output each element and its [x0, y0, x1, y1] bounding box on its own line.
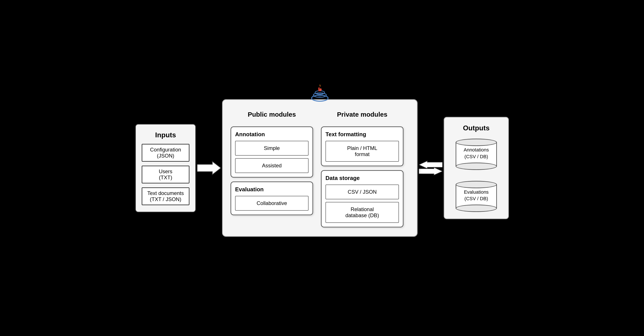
evaluation-box: Evaluation Collaborative	[230, 182, 313, 215]
svg-marker-4	[419, 161, 442, 169]
annotations-cylinder: Annotations(CSV / DB)	[456, 139, 497, 170]
java-logo	[309, 82, 331, 102]
public-col: Public modules Annotation Simple Assiste…	[230, 111, 313, 227]
modules-row: Public modules Annotation Simple Assiste…	[230, 111, 409, 227]
evaluation-title: Evaluation	[235, 186, 308, 193]
input-item-config: Configuration(JSON)	[142, 144, 190, 162]
annotations-label: Annotations(CSV / DB)	[464, 147, 489, 159]
evaluation-collaborative: Collaborative	[235, 196, 308, 211]
data-storage-csv: CSV / JSON	[326, 185, 399, 199]
evaluations-cyl-bottom	[456, 205, 497, 212]
modules-container: Public modules Annotation Simple Assiste…	[222, 99, 418, 237]
input-item-docs: Text documents(TXT / JSON)	[142, 187, 190, 205]
annotations-cyl-bottom	[456, 162, 497, 170]
inputs-box: Inputs Configuration(JSON) Users(TXT) Te…	[135, 124, 196, 212]
annotation-simple: Simple	[235, 141, 308, 155]
text-formatting-plain: Plain / HTMLformat	[326, 141, 399, 162]
inputs-title: Inputs	[155, 131, 176, 139]
annotations-cyl-top	[456, 139, 497, 146]
arrow-both	[418, 160, 444, 176]
annotation-assisted: Assisted	[235, 158, 308, 173]
private-col: Private modules Text formatting Plain / …	[321, 111, 404, 227]
main-diagram: Inputs Configuration(JSON) Users(TXT) Te…	[135, 99, 509, 237]
svg-marker-0	[197, 161, 221, 175]
public-col-label: Public modules	[230, 111, 313, 118]
text-formatting-box: Text formatting Plain / HTMLformat	[321, 126, 404, 166]
input-item-users: Users(TXT)	[142, 165, 190, 184]
data-storage-title: Data storage	[326, 175, 399, 182]
annotation-title: Annotation	[235, 131, 308, 138]
data-storage-box: Data storage CSV / JSON Relationaldataba…	[321, 170, 404, 227]
annotation-box: Annotation Simple Assisted	[230, 126, 313, 178]
evaluations-cylinder: Evaluations(CSV / DB)	[456, 181, 497, 212]
text-formatting-title: Text formatting	[326, 131, 399, 138]
outputs-title: Outputs	[463, 124, 490, 132]
private-col-label: Private modules	[321, 111, 404, 118]
data-storage-relational: Relationaldatabase (DB)	[326, 202, 399, 223]
arrow-right	[196, 160, 222, 176]
evaluations-label: Evaluations(CSV / DB)	[464, 189, 489, 202]
outputs-box: Outputs Annotations(CSV / DB) Evaluation…	[444, 117, 509, 219]
evaluations-cyl-top	[456, 181, 497, 188]
svg-marker-5	[419, 167, 442, 175]
